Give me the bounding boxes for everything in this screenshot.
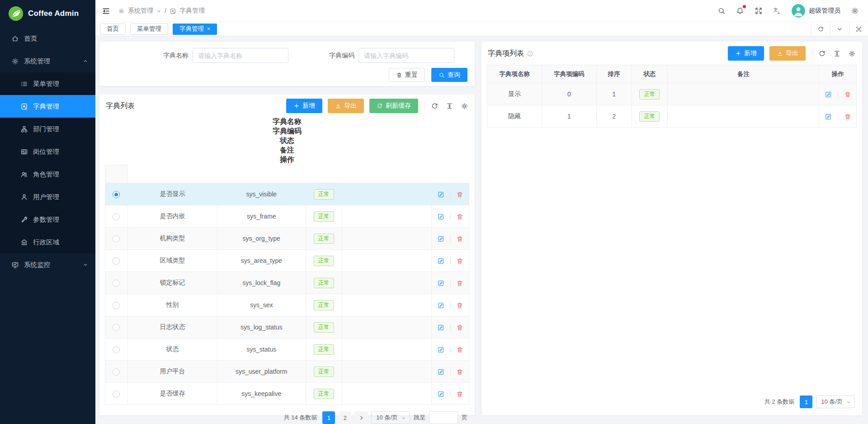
page-size-select[interactable]: 10 条/页 (371, 411, 410, 424)
dict-pagination: 共 14 条数据 12 10 条/页 跳至 页 (99, 405, 475, 424)
jump-page-input[interactable] (429, 411, 458, 424)
delete-icon[interactable] (456, 235, 463, 243)
delete-icon[interactable] (844, 91, 851, 98)
edit-icon[interactable] (825, 91, 832, 98)
edit-icon[interactable] (437, 257, 444, 265)
delete-icon[interactable] (456, 280, 463, 287)
tab-menu-mgmt[interactable]: 菜单管理 (130, 24, 168, 35)
delete-icon[interactable] (844, 113, 851, 120)
sidebar-item-param-mgmt[interactable]: 参数管理 (0, 208, 95, 231)
user-menu[interactable]: 超级管理员 (792, 4, 840, 18)
delete-icon[interactable] (456, 346, 463, 353)
edit-icon[interactable] (437, 280, 444, 287)
sidebar-item-post-mgmt[interactable]: 岗位管理 (0, 140, 95, 163)
remark-cell (342, 183, 432, 205)
dict-name-input[interactable] (193, 48, 288, 63)
tab-dict-mgmt[interactable]: 字典管理 × (173, 24, 217, 35)
dict-row[interactable]: 锁定标记 sys_lock_flag 正常 (105, 272, 469, 294)
refresh-page-icon[interactable] (811, 22, 830, 36)
row-radio[interactable] (113, 235, 120, 243)
item-code-cell: 0 (542, 83, 596, 105)
dict-row[interactable]: 是否内嵌 sys_frame 正常 (105, 205, 469, 228)
row-radio[interactable] (113, 391, 120, 398)
dict-item-row[interactable]: 隐藏 1 2 正常 (487, 105, 857, 128)
row-height-icon[interactable] (446, 102, 453, 110)
dict-row[interactable]: 机构类型 sys_org_type 正常 (105, 228, 469, 250)
sidebar-item-dict-mgmt[interactable]: 字典管理 (0, 95, 95, 118)
table-refresh-icon[interactable] (818, 50, 826, 57)
sidebar-item-system-monitor[interactable]: 系统监控 (0, 253, 95, 276)
column-settings-gear-icon[interactable] (461, 102, 468, 110)
edit-icon[interactable] (825, 113, 832, 120)
dict-row[interactable]: 状态 sys_status 正常 (105, 338, 469, 361)
edit-icon[interactable] (437, 235, 444, 243)
dict-row[interactable]: 用户平台 sys_user_platform 正常 (105, 361, 469, 383)
page-button[interactable]: 2 (339, 411, 351, 424)
sidebar-item-admin-area[interactable]: 行政区域 (0, 231, 95, 253)
reset-button[interactable]: 重置 (389, 68, 425, 82)
notification-bell-icon[interactable] (736, 7, 744, 15)
row-radio[interactable] (113, 280, 120, 287)
info-icon[interactable] (527, 50, 533, 57)
page-button[interactable]: 1 (800, 395, 812, 408)
sidebar-item-role-mgmt[interactable]: 角色管理 (0, 163, 95, 186)
edit-icon[interactable] (437, 191, 444, 198)
column-settings-gear-icon[interactable] (848, 50, 856, 57)
delete-icon[interactable] (456, 213, 463, 220)
edit-icon[interactable] (437, 213, 444, 220)
row-radio[interactable] (113, 346, 120, 353)
page-size-select[interactable]: 10 条/页 (816, 395, 855, 408)
add-dict-button[interactable]: 新增 (286, 99, 322, 113)
sidebar-item-home[interactable]: 首页 (0, 27, 95, 50)
page-button[interactable]: 1 (322, 411, 335, 424)
row-radio[interactable] (113, 213, 120, 220)
delete-icon[interactable] (456, 391, 463, 398)
app-logo[interactable]: Coffee Admin (0, 0, 95, 27)
dict-row[interactable]: 是否缓存 sys_keepalive 正常 (105, 383, 469, 405)
breadcrumb-parent[interactable]: 系统管理 (128, 7, 153, 15)
sidebar-item-menu-mgmt[interactable]: 菜单管理 (0, 72, 95, 95)
sidebar-item-system-mgmt[interactable]: 系统管理 (0, 50, 95, 72)
sidebar-collapse-icon[interactable] (102, 7, 110, 15)
refresh-cache-button[interactable]: 刷新缓存 (369, 99, 418, 113)
export-dict-item-button[interactable]: 导出 (769, 46, 806, 61)
dict-row[interactable]: 是否显示 sys_visible 正常 (105, 183, 469, 205)
row-radio[interactable] (113, 324, 120, 331)
add-dict-item-button[interactable]: 新增 (728, 46, 764, 61)
translate-icon[interactable]: 文A (773, 7, 781, 15)
row-radio[interactable] (113, 368, 120, 376)
dict-code-input[interactable] (359, 48, 454, 63)
export-dict-button[interactable]: 导出 (328, 99, 364, 113)
delete-icon[interactable] (456, 257, 463, 265)
maximize-content-icon[interactable] (849, 22, 868, 36)
edit-icon[interactable] (437, 346, 444, 353)
tab-home[interactable]: 首页 (100, 24, 126, 35)
edit-icon[interactable] (437, 368, 444, 376)
sidebar-item-user-mgmt[interactable]: 用户管理 (0, 186, 95, 208)
sidebar-item-dept-mgmt[interactable]: 部门管理 (0, 118, 95, 140)
row-radio[interactable] (113, 191, 120, 198)
dict-row[interactable]: 性别 sys_sex 正常 (105, 294, 469, 316)
chevron-down-icon[interactable] (156, 9, 161, 14)
settings-gear-icon[interactable] (851, 7, 859, 15)
close-icon[interactable]: × (207, 26, 210, 32)
delete-icon[interactable] (456, 324, 463, 331)
dict-row[interactable]: 区域类型 sys_area_type 正常 (105, 250, 469, 272)
dict-row[interactable]: 日志状态 sys_log_status 正常 (105, 316, 469, 338)
edit-icon[interactable] (437, 302, 444, 309)
delete-icon[interactable] (456, 302, 463, 309)
search-button[interactable]: 查询 (431, 68, 467, 82)
row-radio[interactable] (113, 257, 120, 265)
delete-icon[interactable] (456, 368, 463, 376)
row-height-icon[interactable] (833, 50, 841, 57)
delete-icon[interactable] (456, 191, 463, 198)
dict-item-row[interactable]: 显示 0 1 正常 (487, 83, 857, 105)
tab-options-chevron-icon[interactable] (830, 22, 849, 36)
fullscreen-icon[interactable] (755, 7, 763, 15)
row-radio[interactable] (113, 302, 120, 309)
next-page-button[interactable] (355, 411, 368, 424)
edit-icon[interactable] (437, 391, 444, 398)
edit-icon[interactable] (437, 324, 444, 331)
search-icon[interactable] (717, 7, 726, 15)
table-refresh-icon[interactable] (431, 102, 439, 110)
